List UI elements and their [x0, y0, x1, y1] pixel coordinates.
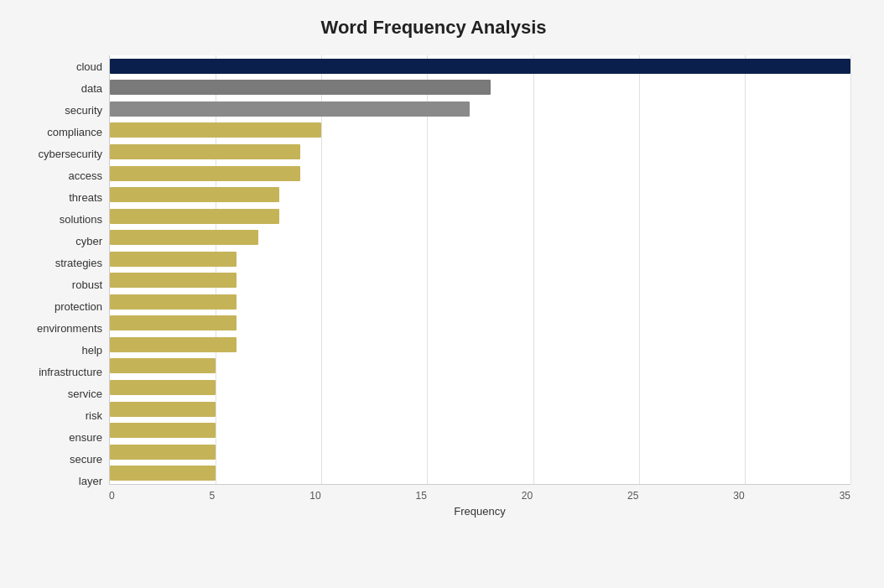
y-axis-label: solutions: [17, 214, 109, 225]
bar: [110, 315, 237, 330]
x-tick: 15: [416, 490, 427, 502]
bar: [110, 273, 237, 288]
chart-title: Word Frequency Analysis: [17, 17, 850, 39]
bar-row: [110, 334, 850, 356]
bar-row: [110, 398, 850, 420]
y-axis-label: ensure: [17, 432, 109, 443]
chart-area: clouddatasecuritycompliancecybersecurity…: [17, 55, 850, 518]
bar-row: [110, 248, 850, 270]
x-tick: 30: [733, 490, 744, 502]
bar-row: [110, 291, 850, 313]
bar: [110, 209, 279, 224]
bar-row: [110, 141, 850, 163]
x-tick: 5: [210, 490, 216, 502]
y-labels: clouddatasecuritycompliancecybersecurity…: [17, 55, 109, 518]
y-axis-label: secure: [17, 454, 109, 465]
bar: [110, 252, 237, 267]
bar: [110, 423, 216, 438]
bar: [110, 358, 216, 373]
x-tick: 0: [109, 490, 115, 502]
bar-row: [110, 356, 850, 377]
y-axis-label: data: [17, 83, 109, 94]
bar-row: [110, 441, 850, 463]
y-axis-label: access: [17, 170, 109, 181]
y-axis-label: risk: [17, 410, 109, 421]
bar-row: [110, 98, 850, 120]
y-axis-label: cybersecurity: [17, 148, 109, 159]
bar-row: [110, 462, 850, 484]
bar-row: [110, 313, 850, 335]
x-tick: 10: [309, 490, 320, 502]
y-axis-label: service: [17, 388, 109, 399]
bar-row: [110, 226, 850, 248]
y-axis-label: cyber: [17, 236, 109, 247]
bar: [110, 466, 216, 481]
x-tick: 35: [840, 490, 850, 502]
grid-line: [850, 55, 851, 484]
x-tick: 25: [627, 490, 638, 502]
bar-row: [110, 120, 850, 142]
x-axis-label: Frequency: [109, 505, 850, 518]
bar-row: [110, 77, 850, 99]
y-axis-label: threats: [17, 192, 109, 203]
bar: [110, 294, 237, 310]
bar: [110, 187, 279, 202]
bar: [110, 101, 470, 117]
bar-row: [110, 419, 850, 441]
bar-row: [110, 163, 850, 185]
bar: [110, 402, 216, 417]
bar: [110, 166, 300, 181]
bar-row: [110, 184, 850, 206]
y-axis-label: environments: [17, 323, 109, 334]
bar: [110, 59, 850, 74]
x-axis: 05101520253035: [109, 485, 850, 502]
bars-area: [109, 55, 850, 485]
bar-row: [110, 377, 850, 398]
y-axis-label: robust: [17, 279, 109, 290]
y-axis-label: cloud: [17, 61, 109, 72]
y-axis-label: infrastructure: [17, 367, 109, 377]
bar: [110, 337, 237, 352]
bar-row: [110, 269, 850, 291]
y-axis-label: strategies: [17, 258, 109, 268]
bar-row: [110, 206, 850, 227]
bar: [110, 230, 258, 245]
x-tick: 20: [522, 490, 533, 502]
bar: [110, 445, 216, 460]
bar: [110, 144, 300, 159]
y-axis-label: help: [17, 345, 109, 356]
y-axis-label: security: [17, 105, 109, 116]
bar: [110, 80, 491, 95]
y-axis-label: protection: [17, 301, 109, 312]
bar: [110, 122, 321, 138]
plot-area: 05101520253035 Frequency: [109, 55, 850, 518]
bar-row: [110, 55, 850, 77]
bar: [110, 380, 216, 395]
chart-container: Word Frequency Analysis clouddatasecurit…: [0, 0, 884, 588]
y-axis-label: compliance: [17, 127, 109, 138]
y-axis-label: layer: [17, 476, 109, 487]
